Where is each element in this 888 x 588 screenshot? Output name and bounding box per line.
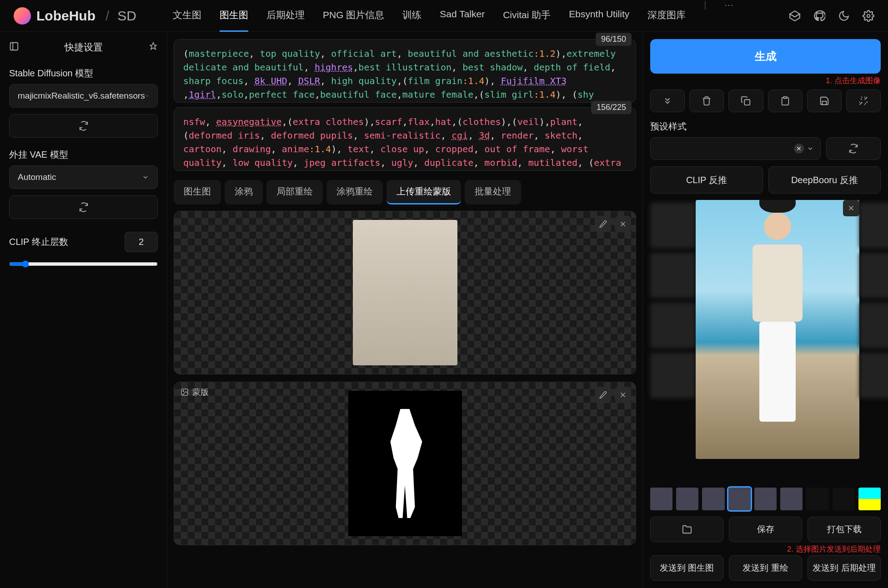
output-thumbs xyxy=(650,488,881,510)
model-select[interactable]: majicmixRealistic_v6.safetensors xyxy=(9,84,158,108)
thumb[interactable] xyxy=(754,488,777,510)
mode-tabs: 图生图 涂鸦 局部重绘 涂鸦重绘 上传重绘蒙版 批量处理 xyxy=(174,180,636,204)
clip-slider[interactable] xyxy=(9,259,158,270)
side-thumb[interactable] xyxy=(650,203,696,248)
nav-tab-depth[interactable]: 深度图库 xyxy=(647,0,686,32)
thumb[interactable] xyxy=(702,488,724,510)
thumb-selected[interactable] xyxy=(728,488,751,510)
thumb[interactable] xyxy=(833,488,855,510)
refresh-icon xyxy=(79,202,89,212)
nav-tab-train[interactable]: 训练 xyxy=(402,0,421,32)
vae-select[interactable]: Automatic xyxy=(9,165,158,189)
positive-prompt[interactable]: (masterpiece, top quality, official art,… xyxy=(174,39,636,103)
settings-icon[interactable] xyxy=(863,10,874,22)
side-thumb[interactable] xyxy=(859,203,888,248)
send-post-button[interactable]: 发送到 后期处理 xyxy=(808,555,881,581)
annotation-1: 1. 点击生成图像 xyxy=(650,75,881,86)
pack-download-button[interactable]: 打包下载 xyxy=(808,517,881,542)
chevron-down-icon xyxy=(145,92,149,100)
sidebar-title: 快捷设置 xyxy=(65,41,103,54)
save-icon-button[interactable] xyxy=(807,90,842,112)
preset-select[interactable]: ✕ xyxy=(650,137,821,160)
generate-button[interactable]: 生成 xyxy=(650,39,881,74)
chevron-down-icon xyxy=(142,174,149,181)
nav-tab-pnginfo[interactable]: PNG 图片信息 xyxy=(323,0,384,32)
send-down-button[interactable] xyxy=(650,90,685,112)
deepbooru-button[interactable]: DeepBooru 反推 xyxy=(768,166,881,194)
mask-label: 蒙版 xyxy=(192,387,209,398)
vae-refresh-button[interactable] xyxy=(9,195,158,219)
pin-icon[interactable] xyxy=(149,42,158,53)
svg-marker-0 xyxy=(790,11,800,17)
panel-collapse-icon[interactable] xyxy=(9,41,19,54)
source-image-card[interactable] xyxy=(174,211,636,374)
preset-clear-icon[interactable]: ✕ xyxy=(794,144,804,154)
nav-tabs: 文生图 图生图 后期处理 PNG 图片信息 训练 Sad Talker Civi… xyxy=(173,0,733,32)
negative-prompt[interactable]: nsfw, easynegative,(extra clothes),scarf… xyxy=(174,107,636,171)
output-area xyxy=(650,200,881,483)
svg-rect-10 xyxy=(745,100,750,105)
clip-interrogate-button[interactable]: CLIP 反推 xyxy=(650,166,763,194)
github-icon[interactable] xyxy=(813,10,825,22)
edit-image-button[interactable] xyxy=(595,216,611,232)
edit-mask-button[interactable] xyxy=(595,387,611,403)
output-side-thumbs-right xyxy=(859,200,888,483)
save-button[interactable]: 保存 xyxy=(729,517,802,542)
model-label: Stable Diffusion 模型 xyxy=(9,67,158,80)
moon-icon[interactable] xyxy=(838,10,850,22)
side-thumb[interactable] xyxy=(859,303,888,348)
pos-counter: 96/150 xyxy=(596,33,632,46)
thumb[interactable] xyxy=(780,488,803,510)
top-icons xyxy=(789,10,874,22)
nav-tab-extras[interactable]: 后期处理 xyxy=(266,0,305,32)
nav-tab-civitai[interactable]: Civitai 助手 xyxy=(503,0,551,32)
preset-refresh-button[interactable] xyxy=(826,137,881,160)
nav-tab-txt2img[interactable]: 文生图 xyxy=(173,0,201,32)
copy-button[interactable] xyxy=(728,90,763,112)
nav-tab-img2img[interactable]: 图生图 xyxy=(220,0,248,32)
vae-value: Automatic xyxy=(18,172,56,182)
brand-suffix: SD xyxy=(117,8,136,24)
remove-image-button[interactable] xyxy=(615,216,631,232)
mode-tab-uploadmask[interactable]: 上传重绘蒙版 xyxy=(386,180,461,204)
thumb[interactable] xyxy=(650,488,672,510)
nav-tab-ebsynth[interactable]: Ebsynth Utility xyxy=(569,0,629,32)
send-img2img-button[interactable]: 发送到 图生图 xyxy=(650,555,723,581)
thumb[interactable] xyxy=(806,488,828,510)
mask-image xyxy=(348,391,462,536)
wand-button[interactable] xyxy=(846,90,881,112)
nav-tab-sadtalker[interactable]: Sad Talker xyxy=(440,0,485,32)
thumb[interactable] xyxy=(676,488,698,510)
model-refresh-button[interactable] xyxy=(9,114,158,138)
model-value: majicmixRealistic_v6.safetensors xyxy=(18,91,145,101)
mask-image-card[interactable]: 蒙版 xyxy=(174,382,636,545)
side-thumb[interactable] xyxy=(859,253,888,298)
logo-icon xyxy=(14,7,31,25)
sidebar: 快捷设置 Stable Diffusion 模型 majicmixRealist… xyxy=(0,32,167,588)
mode-tab-batch[interactable]: 批量处理 xyxy=(465,180,521,204)
mode-tab-inpaintsketch[interactable]: 涂鸦重绘 xyxy=(326,180,383,204)
mode-tab-img2img[interactable]: 图生图 xyxy=(174,180,221,204)
nav-more[interactable]: ⋯ xyxy=(724,0,733,32)
mode-tab-inpaint[interactable]: 局部重绘 xyxy=(266,180,323,204)
side-thumb[interactable] xyxy=(859,353,888,398)
open-folder-button[interactable] xyxy=(650,517,723,542)
mode-tab-sketch[interactable]: 涂鸦 xyxy=(225,180,263,204)
delete-button[interactable] xyxy=(689,90,724,112)
clipboard-button[interactable] xyxy=(768,90,803,112)
svg-rect-11 xyxy=(783,97,787,99)
svg-rect-2 xyxy=(10,42,18,50)
side-thumb[interactable] xyxy=(650,353,696,398)
logo[interactable]: LobeHub / SD xyxy=(14,7,136,25)
close-output-button[interactable] xyxy=(843,200,859,216)
send-repaint-button[interactable]: 发送到 重绘 xyxy=(729,555,802,581)
side-thumb[interactable] xyxy=(650,253,696,298)
remove-mask-button[interactable] xyxy=(615,387,631,403)
side-thumb[interactable] xyxy=(650,303,696,348)
output-image[interactable] xyxy=(696,200,859,459)
thumb-colormap[interactable] xyxy=(858,488,881,510)
refresh-icon xyxy=(79,121,89,131)
clip-value[interactable]: 2 xyxy=(125,232,158,252)
cube-icon[interactable] xyxy=(789,10,801,22)
center-panel: 96/150 (masterpiece, top quality, offici… xyxy=(167,32,642,588)
